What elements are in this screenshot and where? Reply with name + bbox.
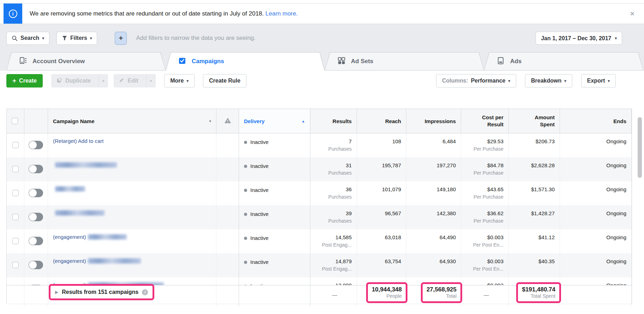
campaign-toggle[interactable] <box>29 213 43 221</box>
create-rule-button[interactable]: Create Rule <box>203 74 246 87</box>
filter-funnel-icon <box>62 35 67 41</box>
delivery-status: Inactive <box>250 259 269 277</box>
row-checkbox[interactable] <box>12 190 19 196</box>
reach-cell: 195,787 <box>357 157 406 181</box>
top-strip <box>0 0 644 3</box>
reach-cell: 63,018 <box>357 229 406 253</box>
add-filter-button[interactable]: + <box>115 32 127 45</box>
row-warn-cell <box>216 229 239 253</box>
row-toggle-cell <box>24 253 48 277</box>
select-all-header <box>7 109 24 133</box>
column-header-cost-per-result[interactable]: Cost per Result <box>461 109 509 133</box>
campaigns-icon <box>178 57 186 66</box>
row-checkbox[interactable] <box>12 238 19 244</box>
export-button[interactable]: Export ▾ <box>581 74 616 87</box>
campaign-name-link[interactable] <box>53 186 85 192</box>
column-header-campaign-name[interactable]: Campaign Name ▾ <box>48 109 216 133</box>
summary-impressions-sub: Total <box>446 293 457 299</box>
column-header-reach[interactable]: Reach <box>357 109 406 133</box>
row-checkbox[interactable] <box>12 214 19 220</box>
tab-account-overview[interactable]: Account Overview <box>6 52 166 71</box>
column-header-ends[interactable]: Ends <box>560 109 632 133</box>
filters-button[interactable]: Filters ▾ <box>56 32 97 45</box>
reach-cell: 101,079 <box>357 181 406 205</box>
info-icon[interactable]: i <box>142 289 148 295</box>
row-checkbox[interactable] <box>12 262 19 268</box>
row-checkbox[interactable] <box>12 166 19 172</box>
row-warn-cell <box>216 253 239 277</box>
search-button[interactable]: Search ▾ <box>6 32 49 45</box>
campaign-name-link[interactable]: (engagement) <box>53 234 127 240</box>
learn-more-link[interactable]: Learn more. <box>266 10 298 17</box>
campaign-name-link[interactable] <box>53 210 105 216</box>
chevron-down-icon[interactable]: ▾ <box>209 119 211 123</box>
row-check-cell <box>7 205 24 229</box>
summary-label-highlight: ▶ Results from 151 campaigns i <box>49 284 154 300</box>
campaign-toggle[interactable] <box>29 261 43 269</box>
edit-caret[interactable]: ▾ <box>146 74 156 87</box>
summary-impressions-value: 27,568,925 <box>427 286 457 293</box>
impressions-cell: 6,484 <box>406 133 461 157</box>
results-cell: 36Purchases <box>310 181 357 205</box>
campaign-toggle[interactable] <box>29 237 43 245</box>
delivery-status: Inactive <box>250 211 269 229</box>
cost-per-result-cell: $29.53Per Purchase <box>461 133 509 157</box>
campaign-name-cell <box>48 205 216 229</box>
campaign-name-cell <box>48 157 216 181</box>
delivery-status: Inactive <box>250 187 269 205</box>
column-header-delivery[interactable]: Delivery ▲ <box>239 109 310 133</box>
tab-ad-sets[interactable]: Ad Sets <box>325 52 484 71</box>
column-header-errors[interactable] <box>216 109 239 133</box>
breakdown-button[interactable]: Breakdown ▾ <box>525 74 572 87</box>
cost-per-result-cell: $0.003Per Post En... <box>461 229 509 253</box>
impressions-cell: 142,380 <box>406 205 461 229</box>
row-checkbox[interactable] <box>12 142 19 148</box>
redacted-name <box>88 234 127 240</box>
duplicate-button[interactable]: Duplicate ▾ <box>51 74 108 87</box>
columns-button[interactable]: Columns: Performance ▾ <box>436 74 516 87</box>
expand-arrow-icon[interactable]: ▶ <box>55 290 58 295</box>
warning-icon <box>224 117 231 125</box>
amount-spent-cell: $41.12 <box>509 229 560 253</box>
date-range-label: Jan 1, 2017 – Dec 30, 2017 <box>541 35 611 41</box>
search-label: Search <box>20 35 39 41</box>
date-range-button[interactable]: Jan 1, 2017 – Dec 30, 2017 ▾ <box>536 32 622 45</box>
vertical-scrollbar[interactable] <box>638 117 642 178</box>
row-toggle-cell <box>24 229 48 253</box>
campaign-name-link[interactable]: (Retarget) Add to cart <box>53 138 103 144</box>
campaign-name-link[interactable]: (engagement) <box>53 258 141 264</box>
row-warn-cell <box>216 277 239 285</box>
tab-ads[interactable]: Ads <box>484 52 643 71</box>
campaign-toggle[interactable] <box>29 165 43 173</box>
banner-message-text: We are removing some metrics that are re… <box>30 10 264 17</box>
ads-manager-page: i We are removing some metrics that are … <box>0 0 644 314</box>
duplicate-caret[interactable]: ▾ <box>99 74 108 87</box>
tab-campaigns[interactable]: Campaigns <box>166 52 325 71</box>
delivery-cell: Inactive <box>239 181 310 205</box>
campaign-name-link[interactable] <box>53 162 117 168</box>
close-icon[interactable]: ✕ <box>630 10 635 17</box>
ends-cell: Ongoing <box>560 133 632 157</box>
column-header-results[interactable]: Results <box>310 109 357 133</box>
create-button[interactable]: + Create <box>6 74 43 87</box>
columns-prefix: Columns: <box>442 78 468 84</box>
delivery-cell: Inactive <box>239 229 310 253</box>
column-header-amount-spent[interactable]: Amount Spent <box>509 109 560 133</box>
chevron-down-icon: ▾ <box>42 36 44 40</box>
amount-spent-cell: $1,428.27 <box>509 205 560 229</box>
campaign-toggle[interactable] <box>29 189 43 197</box>
toggle-knob <box>29 141 37 149</box>
edit-pencil-icon <box>119 77 125 84</box>
chevron-down-icon: ▾ <box>608 79 610 83</box>
summary-check-cell <box>7 285 24 306</box>
campaign-toggle[interactable] <box>29 141 43 149</box>
chevron-down-icon: ▾ <box>615 36 617 40</box>
row-toggle-cell <box>24 133 48 157</box>
select-all-checkbox[interactable] <box>12 118 18 124</box>
summary-row: ▶ Results from 151 campaigns i — 10,944,… <box>7 285 632 304</box>
column-header-impressions[interactable]: Impressions <box>406 109 461 133</box>
edit-button[interactable]: Edit ▾ <box>114 74 156 87</box>
more-button[interactable]: More ▾ <box>164 74 195 87</box>
chevron-down-icon: ▾ <box>186 79 189 83</box>
status-dot-icon <box>244 261 247 264</box>
